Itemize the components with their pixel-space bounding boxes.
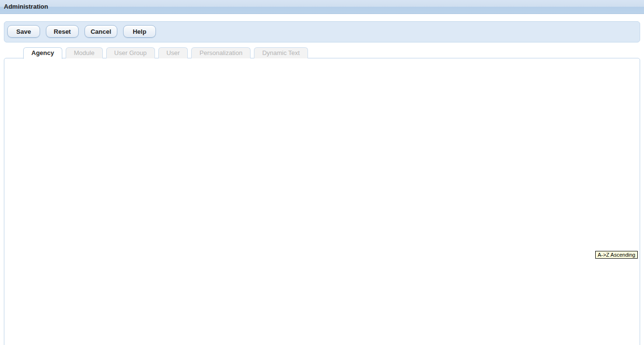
page-title: Administration <box>4 3 48 10</box>
window-titlebar: Administration <box>0 0 644 14</box>
tab-bar: AgencyModuleUser GroupUserPersonalizatio… <box>23 47 308 59</box>
tab-user[interactable]: User <box>158 47 188 58</box>
administration-page: Administration SaveResetCancelHelp Agenc… <box>0 0 644 345</box>
tab-user-group[interactable]: User Group <box>106 47 155 58</box>
cancel-button[interactable]: Cancel <box>84 25 117 38</box>
save-button[interactable]: Save <box>7 25 40 38</box>
help-button[interactable]: Help <box>123 25 156 38</box>
tab-dynamic-text[interactable]: Dynamic Text <box>254 47 308 58</box>
tab-personalization[interactable]: Personalization <box>191 47 251 58</box>
action-toolbar: SaveResetCancelHelp <box>4 21 640 42</box>
tab-agency[interactable]: Agency <box>23 47 62 59</box>
az-ascending-tooltip: A->Z Ascending <box>595 251 638 259</box>
tab-module[interactable]: Module <box>66 47 103 58</box>
reset-button[interactable]: Reset <box>46 25 79 38</box>
agency-tab-panel <box>4 58 640 345</box>
toolbar-buttons: SaveResetCancelHelp <box>7 25 156 38</box>
